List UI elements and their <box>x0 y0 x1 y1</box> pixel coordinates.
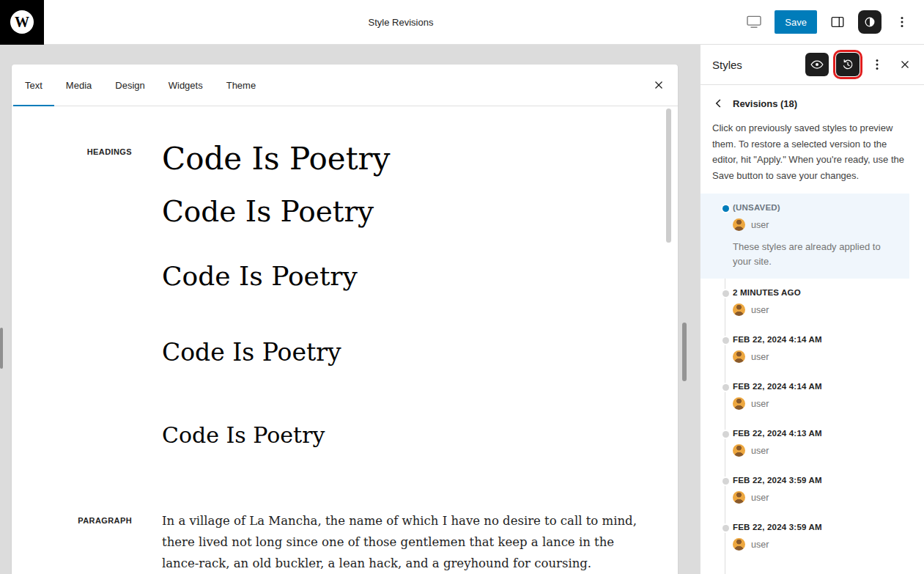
revision-label: FEB 22, 2024 4:13 AM <box>733 429 909 438</box>
revision-author-name: user <box>751 352 769 362</box>
topbar-actions: Save <box>741 9 924 35</box>
revision-item[interactable]: FEB 22, 2024 3:59 AMuser <box>701 466 924 513</box>
preview-heading: Code Is Poetry <box>162 261 678 291</box>
unsaved-revision-dot <box>722 205 729 212</box>
paragraph-section-label: PARAGRAPH <box>12 510 132 574</box>
style-book-toggle-button[interactable] <box>805 53 829 76</box>
preview-heading: Code Is Poetry <box>162 196 678 229</box>
save-button[interactable]: Save <box>775 10 817 34</box>
revision-dot <box>722 431 729 438</box>
sidebar-toggle-icon <box>829 14 846 30</box>
revision-label: FEB 22, 2024 4:14 AM <box>733 335 909 344</box>
settings-sidebar-toggle-button[interactable] <box>824 9 851 35</box>
styles-options-button[interactable] <box>867 53 887 76</box>
revision-dot <box>722 525 729 531</box>
revision-author: user <box>733 218 895 231</box>
headings-stack: Code Is PoetryCode Is PoetryCode Is Poet… <box>132 141 678 449</box>
left-scrollbar[interactable] <box>0 328 3 369</box>
close-style-book-button[interactable] <box>646 72 672 98</box>
tab-media[interactable]: Media <box>54 65 103 106</box>
revisions-list: (UNSAVED)userThese styles are already ap… <box>701 194 924 574</box>
close-icon <box>898 58 912 71</box>
style-book-tabs-row: TextMediaDesignWidgetsTheme <box>12 65 678 106</box>
revision-author-name: user <box>751 446 769 456</box>
avatar <box>733 350 745 363</box>
revision-item[interactable]: (UNSAVED)userThese styles are already ap… <box>701 194 909 279</box>
revision-author: user <box>733 350 909 363</box>
avatar <box>733 303 745 316</box>
avatar <box>733 491 745 504</box>
eye-icon <box>810 57 824 72</box>
revision-item[interactable]: 2 MINUTES AGOuser <box>701 279 924 325</box>
headings-section-label: HEADINGS <box>12 141 132 449</box>
tab-text[interactable]: Text <box>13 65 54 106</box>
revision-label: FEB 22, 2024 3:59 AM <box>733 523 909 531</box>
revisions-back-button[interactable]: Revisions (18) <box>701 85 924 119</box>
headings-section: HEADINGS Code Is PoetryCode Is PoetryCod… <box>12 141 678 449</box>
revisions-count-label: Revisions (18) <box>733 98 797 109</box>
revision-author: user <box>733 444 909 457</box>
styles-contrast-icon <box>862 15 877 29</box>
canvas-scrollbar[interactable] <box>682 323 687 381</box>
revision-note: These styles are already applied to your… <box>733 240 895 269</box>
avatar <box>733 218 745 231</box>
editor-canvas: TextMediaDesignWidgetsTheme HEADINGS Cod… <box>0 45 700 574</box>
panel-scrollbar[interactable] <box>666 108 671 243</box>
tab-design[interactable]: Design <box>103 65 156 106</box>
paragraph-section: PARAGRAPH In a village of La Mancha, the… <box>12 510 678 574</box>
options-kebab-icon <box>895 15 909 29</box>
revision-author-name: user <box>751 305 769 315</box>
options-kebab-icon <box>870 57 884 72</box>
sidebar-title: Styles <box>712 59 742 71</box>
revision-dot <box>722 337 729 344</box>
wordpress-icon: W <box>10 10 34 34</box>
preview-device-button[interactable] <box>741 9 767 35</box>
preview-heading: Code Is Poetry <box>162 141 678 177</box>
preview-heading: Code Is Poetry <box>162 423 678 449</box>
avatar <box>733 397 745 410</box>
revision-label: 2 MINUTES AGO <box>733 288 909 297</box>
history-icon <box>840 57 855 72</box>
wordpress-logo[interactable]: W <box>0 0 44 45</box>
tab-theme[interactable]: Theme <box>215 65 267 106</box>
chevron-left-icon <box>711 95 727 111</box>
close-sidebar-button[interactable] <box>895 53 915 76</box>
revision-item[interactable]: FEB 22, 2024 4:13 AMuser <box>701 419 924 466</box>
revision-label: (UNSAVED) <box>733 203 895 212</box>
laptop-icon <box>746 15 762 29</box>
tab-widgets[interactable]: Widgets <box>157 65 215 106</box>
style-book-panel: TextMediaDesignWidgetsTheme HEADINGS Cod… <box>12 65 678 574</box>
revision-author: user <box>733 538 909 551</box>
avatar <box>733 538 745 551</box>
preview-paragraph: In a village of La Mancha, the name of w… <box>162 510 642 574</box>
revision-dot <box>722 478 729 485</box>
revision-item[interactable]: FEB 22, 2024 4:14 AMuser <box>701 325 924 372</box>
revision-author: user <box>733 303 909 316</box>
close-icon <box>652 78 665 92</box>
revision-label: FEB 22, 2024 4:14 AM <box>733 382 909 391</box>
options-menu-button[interactable] <box>889 9 915 35</box>
revisions-description: Click on previously saved styles to prev… <box>701 120 924 183</box>
revision-dot <box>722 290 729 297</box>
revision-author-name: user <box>751 540 769 550</box>
preview-heading: Code Is Poetry <box>162 339 678 367</box>
revision-item[interactable]: FEB 22, 2024 3:59 AMuser <box>701 513 924 560</box>
panel-tabs: TextMediaDesignWidgetsTheme <box>13 65 267 106</box>
revisions-button[interactable] <box>836 53 860 76</box>
styles-sidebar-header: Styles <box>701 45 924 85</box>
revision-author: user <box>733 397 909 410</box>
style-book-body: HEADINGS Code Is PoetryCode Is PoetryCod… <box>12 106 678 574</box>
revision-author-name: user <box>751 220 769 230</box>
revision-label: FEB 22, 2024 3:59 AM <box>733 476 909 485</box>
revision-author-name: user <box>751 493 769 503</box>
revision-author-name: user <box>751 399 769 409</box>
revision-author: user <box>733 491 909 504</box>
styles-sidebar: Styles <box>700 45 924 574</box>
page-title: Style Revisions <box>369 17 434 28</box>
styles-button[interactable] <box>858 10 882 34</box>
top-bar: W Style Revisions Save <box>0 0 924 45</box>
avatar <box>733 444 745 457</box>
revision-dot <box>722 384 729 391</box>
revision-item[interactable]: FEB 22, 2024 4:14 AMuser <box>701 372 924 419</box>
